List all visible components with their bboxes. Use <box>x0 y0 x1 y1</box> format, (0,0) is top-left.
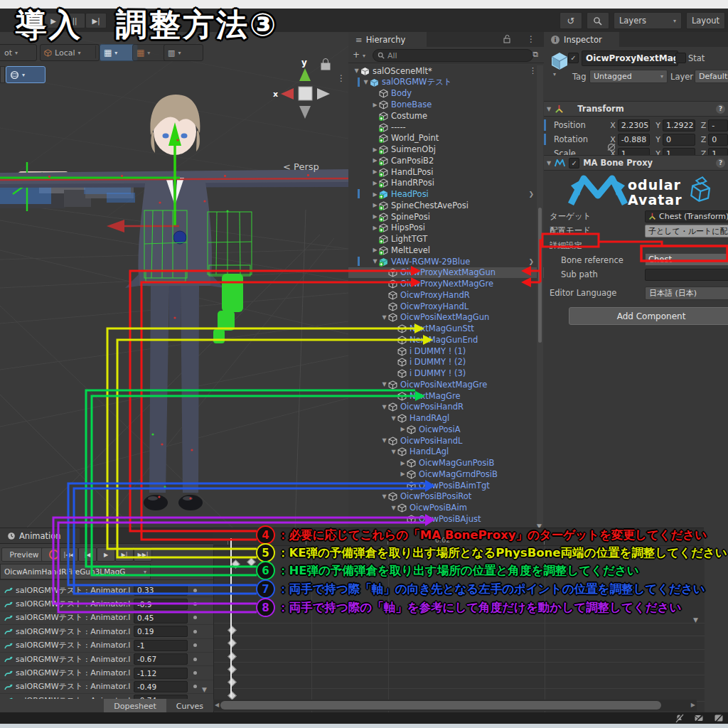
measure-button[interactable]: ▥▾ <box>164 44 203 61</box>
sub-path-field[interactable] <box>645 269 728 281</box>
expand-arrow-icon[interactable]: ▼ <box>380 381 388 387</box>
property-value-field[interactable]: -1.12 <box>134 668 188 679</box>
transform-help-icon[interactable]: ? <box>716 105 725 114</box>
animated-property-row[interactable]: salORGMWテスト : Animator.l0.33 <box>0 584 213 597</box>
keyframe-dot[interactable] <box>193 685 197 688</box>
hierarchy-row[interactable]: ▶SuimenObj <box>348 144 544 155</box>
layer-dropdown[interactable]: Default <box>695 70 728 83</box>
transport-button[interactable]: ▶| <box>115 547 134 562</box>
hierarchy-row[interactable]: ▼OicwPosiNextMagGun <box>348 312 544 323</box>
advanced-settings-foldout[interactable]: 詳細設定 <box>550 239 582 252</box>
expand-arrow-icon[interactable]: ▼ <box>362 79 370 85</box>
hierarchy-row[interactable]: ▼OicwPosiHandL <box>348 435 544 446</box>
object-name-field[interactable]: OicwProxyNextMagGun <box>582 50 678 66</box>
animated-property-row[interactable]: salORGMWテスト : Animator.l-1.12 <box>0 666 213 680</box>
dopesheet-grid[interactable] <box>213 545 705 713</box>
transform-component-header[interactable]: ▼ Transform ? <box>544 101 728 117</box>
component-enabled-checkbox[interactable]: ✓ <box>569 158 579 168</box>
bone-reference-field[interactable]: Chest <box>645 253 728 266</box>
animated-property-row[interactable]: salORGMWテスト : Animator.l-0.49 <box>0 680 213 694</box>
curves-tab[interactable]: Curves <box>166 699 213 713</box>
hierarchy-row[interactable]: ▶BoneBase <box>348 99 544 110</box>
expand-arrow-icon[interactable]: ▼ <box>380 314 388 321</box>
scale-link-icon[interactable] <box>606 143 616 151</box>
hierarchy-row[interactable]: Body <box>348 88 544 100</box>
hierarchy-row[interactable]: ▶OicwMagGunPosiB <box>348 457 544 469</box>
expand-arrow-icon[interactable]: ▶ <box>371 247 379 253</box>
tab-animation[interactable]: Animation <box>0 528 80 543</box>
expand-arrow-icon[interactable]: ▼ <box>390 415 397 422</box>
expand-arrow-icon[interactable]: ▶ <box>371 168 379 175</box>
property-value-field[interactable]: -1 <box>134 640 188 651</box>
keyframe-dot[interactable] <box>193 602 197 606</box>
ma-bone-proxy-header[interactable]: ▼ ✓ MA Bone Proxy ? <box>544 155 728 171</box>
hierarchy-row[interactable]: ▼salORGMWテスト <box>348 77 544 88</box>
transform-value-field[interactable]: 2.2305 <box>618 119 651 132</box>
hierarchy-row[interactable]: OicwPosiBAjust <box>348 513 544 525</box>
persp-label[interactable]: < Persp <box>283 161 319 172</box>
search-scope-icon[interactable]: ⧉ <box>532 50 538 59</box>
add-object-button[interactable]: + ▾ <box>353 50 365 60</box>
property-value-field[interactable]: -0.67 <box>134 653 188 665</box>
scroll-right-icon[interactable]: ▶ <box>691 702 695 708</box>
keyframe-dot[interactable] <box>193 630 197 633</box>
hierarchy-row[interactable]: OicwProxyNextMagGre <box>348 278 544 289</box>
property-value-field[interactable]: -0.49 <box>134 681 188 692</box>
hierarchy-row[interactable]: NextMagGunStt <box>348 323 544 334</box>
transform-value-field[interactable]: 0 <box>663 134 695 146</box>
hierarchy-row[interactable]: ▶HipsPosi <box>348 223 544 234</box>
placement-mode-dropdown[interactable]: 子として・ルートに配置 <box>645 225 728 237</box>
expand-arrow-icon[interactable]: ▼ <box>353 68 360 74</box>
expand-arrow-icon[interactable]: ▼ <box>380 493 388 500</box>
static-checkbox[interactable] <box>675 53 686 63</box>
hierarchy-row[interactable]: ▼HandRAgl <box>348 412 544 424</box>
notifications-muted-icon[interactable] <box>674 713 684 723</box>
keyframe-dot[interactable] <box>193 643 197 647</box>
hierarchy-row[interactable]: ▶CanPosiB2 <box>348 155 544 166</box>
keyframe-dot[interactable] <box>193 616 197 619</box>
animated-property-row[interactable]: salORGMWテスト : Animator.l-1 <box>0 639 213 653</box>
scene-overflow-menu-icon[interactable]: ⋮ <box>337 73 346 83</box>
hierarchy-row[interactable]: i DUMMY ! (3) <box>348 368 544 379</box>
item-menu-icon[interactable]: ⋮ <box>529 66 537 75</box>
active-checkbox[interactable]: ✓ <box>568 53 579 63</box>
hierarchy-row[interactable]: ▶HandLPosi <box>348 166 544 178</box>
anim-scroll-down-icon[interactable]: ▼ <box>202 686 207 693</box>
expand-arrow-icon[interactable]: ▶ <box>371 157 379 164</box>
animated-property-row[interactable]: salORGMWテスト : Animator.l0.19 <box>0 625 213 638</box>
hierarchy-row[interactable]: ▶HandRPosi <box>348 178 544 189</box>
keyframe-diamond[interactable] <box>228 652 237 661</box>
hierarchy-row[interactable]: ▶MeltLevel <box>348 245 544 256</box>
transport-button[interactable]: ▶ <box>97 547 115 562</box>
layout-dropdown[interactable]: Layout <box>686 12 725 29</box>
tab-inspector[interactable]: i Inspector <box>544 32 619 47</box>
expand-arrow-icon[interactable]: ▼ <box>390 449 397 455</box>
hierarchy-row[interactable]: NextMagGre <box>348 390 544 402</box>
keyframe-diamond[interactable] <box>228 665 237 674</box>
transport-button[interactable]: |◀◀ <box>60 547 78 562</box>
keyframe-dot[interactable] <box>193 658 197 661</box>
transform-value-field[interactable]: -0.888 <box>618 134 651 146</box>
hierarchy-row[interactable]: ▼VAW-RGMW-29Blue❯ <box>348 256 544 267</box>
undo-history-icon[interactable]: ↺ <box>560 12 582 29</box>
transform-value-field[interactable]: 0 <box>708 134 728 146</box>
hierarchy-row[interactable]: ▶HeadPosi❯ <box>348 188 544 200</box>
scene-view[interactable]: y x ot▾ Local▾ ▦▾ ▦▾ ▥▾ ▾ ⋮ < Persp <box>0 32 349 530</box>
keyframe-diamond[interactable] <box>228 626 237 635</box>
timeline-scrollbar[interactable] <box>220 701 661 710</box>
scene-camera-settings-button[interactable]: ▾ <box>6 66 46 83</box>
search-icon[interactable] <box>587 12 609 29</box>
hierarchy-row[interactable]: i DUMMY ! (2) <box>348 357 544 368</box>
property-value-field[interactable]: -0.9 <box>134 599 188 610</box>
expand-arrow-icon[interactable]: ▶ <box>371 102 379 108</box>
hierarchy-menu-icon[interactable]: ⋮ <box>527 34 535 44</box>
hierarchy-row[interactable]: World_Point <box>348 133 544 144</box>
hierarchy-row[interactable]: OicwProxyHandL <box>348 301 544 312</box>
layers-dropdown[interactable]: Layers▾ <box>614 12 682 29</box>
hierarchy-row[interactable]: ▶SpineChestAvePosi <box>348 200 544 211</box>
hierarchy-row[interactable]: ----- <box>348 122 544 133</box>
property-value-field[interactable]: 0.33 <box>134 584 188 596</box>
chevron-right-icon[interactable]: ❯ <box>528 258 534 265</box>
property-value-field[interactable]: 0.45 <box>134 612 188 623</box>
expand-arrow-icon[interactable]: ▶ <box>371 146 379 153</box>
